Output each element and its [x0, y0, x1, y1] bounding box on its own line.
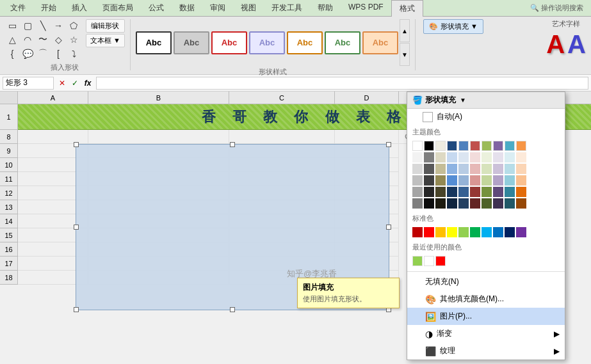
color-swatch[interactable]	[482, 152, 492, 162]
gradient-option[interactable]: ◑ 渐变 ▶	[407, 325, 565, 342]
color-swatch[interactable]	[447, 152, 457, 162]
color-swatch[interactable]	[516, 175, 526, 186]
color-swatch[interactable]	[470, 175, 480, 186]
tab-layout[interactable]: 页面布局	[95, 0, 141, 16]
color-swatch[interactable]	[447, 198, 457, 209]
color-swatch[interactable]	[458, 175, 469, 186]
shape-arrow[interactable]: →	[51, 19, 65, 32]
style-box-6[interactable]: Abc	[325, 31, 360, 54]
color-swatch[interactable]	[447, 175, 457, 186]
color-swatch[interactable]	[435, 141, 446, 151]
shape-callout[interactable]: 💬	[20, 47, 35, 60]
color-swatch[interactable]	[505, 175, 515, 186]
handle-tr[interactable]	[386, 142, 391, 147]
std-color-4[interactable]	[447, 227, 457, 237]
style-box-5[interactable]: Abc	[287, 31, 323, 54]
color-swatch[interactable]	[424, 198, 434, 209]
handle-tl[interactable]	[74, 142, 79, 147]
color-swatch[interactable]	[424, 187, 434, 197]
picture-option[interactable]: 🖼️ 图片(P)...	[407, 308, 565, 325]
auto-option[interactable]: 自动(A)	[407, 109, 565, 125]
row-header-3[interactable]: 9	[0, 144, 17, 158]
color-swatch[interactable]	[435, 175, 446, 186]
color-swatch[interactable]	[493, 152, 503, 162]
recent-color-2[interactable]	[424, 256, 434, 266]
handle-top[interactable]	[230, 142, 235, 147]
tab-file[interactable]: 文件	[3, 0, 33, 16]
color-swatch[interactable]	[516, 164, 526, 174]
color-swatch[interactable]	[412, 141, 423, 151]
tab-review[interactable]: 审阅	[202, 0, 233, 16]
color-swatch[interactable]	[516, 198, 526, 209]
shape-line[interactable]: ╲	[36, 19, 50, 32]
std-color-5[interactable]	[458, 227, 469, 237]
style-box-4[interactable]: Abc	[249, 31, 285, 54]
tab-home[interactable]: 开始	[33, 0, 64, 16]
row-header-12[interactable]: 18	[0, 271, 17, 285]
row-header-1[interactable]: 1	[0, 104, 17, 130]
shape-pentagon[interactable]: ⬠	[67, 19, 81, 32]
style-box-1[interactable]: Abc	[136, 31, 172, 54]
handle-bl[interactable]	[74, 307, 79, 312]
color-swatch[interactable]	[482, 175, 492, 186]
edit-shape-button[interactable]: 编辑形状	[86, 19, 125, 33]
shape-fill-button[interactable]: 🎨 形状填充 ▼	[423, 19, 483, 34]
row-header-6[interactable]: 12	[0, 186, 17, 200]
color-swatch[interactable]	[470, 187, 480, 197]
row-header-8[interactable]: 14	[0, 214, 17, 228]
scroll-up[interactable]: ▲	[400, 19, 410, 42]
color-swatch[interactable]	[447, 141, 457, 151]
color-swatch[interactable]	[516, 187, 526, 197]
shape-brace[interactable]: {	[5, 47, 19, 60]
cell-reference-input[interactable]	[3, 77, 54, 90]
color-swatch[interactable]	[482, 141, 492, 151]
std-color-1[interactable]	[412, 227, 423, 237]
color-swatch[interactable]	[447, 164, 457, 174]
shape-star[interactable]: ☆	[67, 33, 81, 46]
shape-rect[interactable]: ▭	[5, 19, 19, 32]
formula-input[interactable]	[96, 77, 588, 90]
art-letter-a-gradient[interactable]: A	[567, 30, 586, 59]
color-swatch[interactable]	[424, 141, 434, 151]
color-swatch[interactable]	[458, 141, 469, 151]
tab-format[interactable]: 格式	[391, 0, 423, 17]
color-swatch[interactable]	[412, 187, 423, 197]
color-swatch[interactable]	[493, 198, 503, 209]
color-swatch[interactable]	[470, 152, 480, 162]
handle-bottom[interactable]	[230, 307, 235, 312]
color-swatch[interactable]	[505, 152, 515, 162]
texture-option[interactable]: ⬛ 纹理 ▶	[407, 342, 565, 360]
color-swatch[interactable]	[412, 164, 423, 174]
color-swatch[interactable]	[435, 198, 446, 209]
color-swatch[interactable]	[435, 164, 446, 174]
col-header-d[interactable]: D	[335, 91, 399, 104]
col-header-c[interactable]: C	[229, 91, 335, 104]
color-swatch[interactable]	[505, 187, 515, 197]
color-swatch[interactable]	[505, 198, 515, 209]
color-swatch[interactable]	[482, 164, 492, 174]
color-swatch[interactable]	[435, 152, 446, 162]
color-swatch[interactable]	[493, 187, 503, 197]
tab-formula[interactable]: 公式	[141, 0, 172, 16]
row-header-11[interactable]: 17	[0, 257, 17, 271]
color-swatch[interactable]	[424, 152, 434, 162]
color-swatch[interactable]	[458, 198, 469, 209]
style-box-2[interactable]: Abc	[174, 31, 209, 54]
color-swatch[interactable]	[493, 175, 503, 186]
color-swatch[interactable]	[458, 152, 469, 162]
cell-c8[interactable]	[229, 130, 335, 144]
recent-color-3[interactable]	[435, 256, 446, 266]
color-swatch[interactable]	[412, 175, 423, 186]
row-header-10[interactable]: 16	[0, 242, 17, 257]
col-header-b[interactable]: B	[88, 91, 229, 104]
color-swatch[interactable]	[412, 198, 423, 209]
row-header-5[interactable]: 11	[0, 172, 17, 186]
col-header-a[interactable]: A	[18, 91, 88, 104]
scroll-down[interactable]: ▼	[400, 43, 410, 66]
shape-curve[interactable]: ⌒	[36, 47, 50, 60]
color-swatch[interactable]	[493, 164, 503, 174]
std-color-10[interactable]	[516, 227, 526, 237]
color-swatch[interactable]	[493, 141, 503, 151]
color-swatch[interactable]	[470, 164, 480, 174]
shape-wave[interactable]: 〜	[36, 33, 50, 46]
